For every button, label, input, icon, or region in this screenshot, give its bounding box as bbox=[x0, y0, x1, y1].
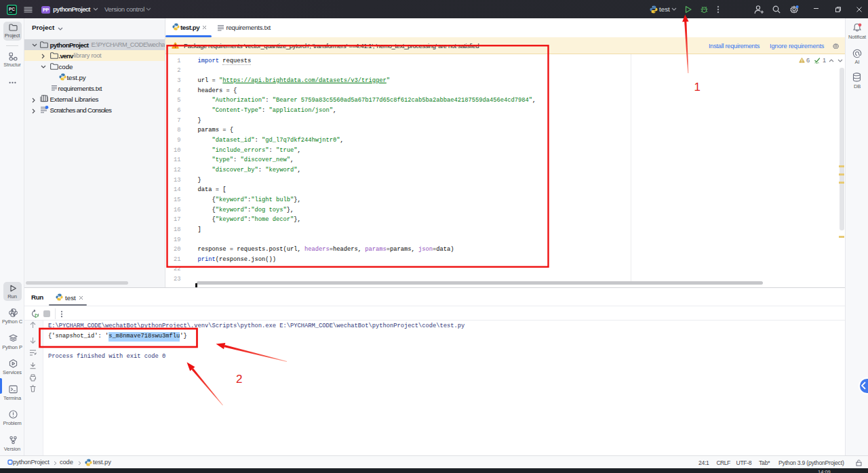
svg-text:PC: PC bbox=[9, 7, 15, 12]
